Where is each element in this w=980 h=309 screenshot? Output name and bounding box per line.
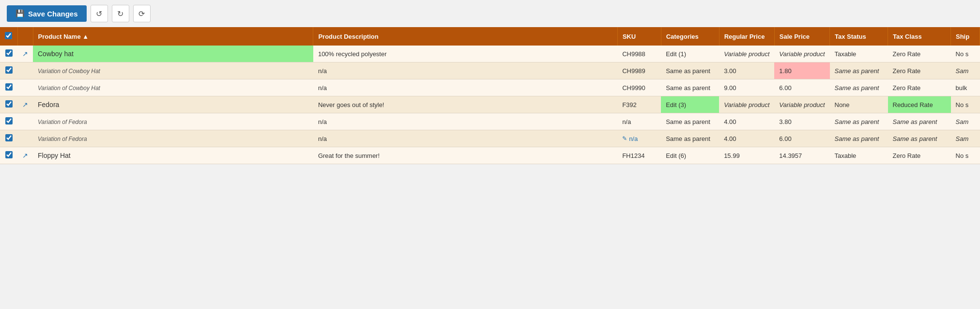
row-regular-price: Variable product [719, 46, 774, 62]
col-header-taxst: Tax Status [830, 27, 888, 46]
col-header-cat: Categories [661, 27, 719, 46]
row-link-cell[interactable]: ↗ [17, 96, 33, 113]
row-shipping: No s [951, 147, 980, 164]
col-header-check[interactable] [0, 27, 17, 46]
row-checkbox-cell[interactable] [0, 79, 17, 96]
row-tax-class: Same as parent [888, 130, 951, 147]
undo-icon: ↺ [96, 9, 102, 18]
refresh-icon: ⟳ [138, 9, 145, 18]
row-sale-price: 3.80 [774, 113, 829, 130]
row-checkbox[interactable] [5, 83, 13, 91]
row-link-cell [17, 113, 33, 130]
row-tax-status: Same as parent [830, 62, 888, 79]
row-product-name: Variation of Fedora [33, 130, 313, 147]
row-tax-status: None [830, 96, 888, 113]
row-product-name: Variation of Fedora [33, 113, 313, 130]
row-tax-status: Taxable [830, 147, 888, 164]
row-link-cell [17, 62, 33, 79]
product-table-wrap: Product Name ▲ Product Description SKU C… [0, 27, 980, 164]
table-row: ↗Cowboy hat100% recycled polyesterCH9988… [0, 46, 980, 62]
row-product-name: Floppy Hat [33, 147, 313, 164]
row-shipping: Sam [951, 62, 980, 79]
row-checkbox-cell[interactable] [0, 46, 17, 62]
row-checkbox-cell[interactable] [0, 96, 17, 113]
col-header-ship: Ship [951, 27, 980, 46]
save-label: Save Changes [28, 10, 78, 18]
row-product-desc: n/a [313, 62, 617, 79]
table-row: ↗FedoraNever goes out of style!F392Edit … [0, 96, 980, 113]
row-link-cell [17, 130, 33, 147]
col-header-link [17, 27, 33, 46]
row-sku[interactable]: ✎n/a [617, 130, 661, 147]
row-product-name: Variation of Cowboy Hat [33, 62, 313, 79]
table-row: Variation of Fedoran/a✎n/aSame as parent… [0, 130, 980, 147]
row-categories: Same as parent [661, 113, 719, 130]
row-checkbox[interactable] [5, 49, 13, 57]
row-categories[interactable]: Edit (1) [661, 46, 719, 62]
undo-button[interactable]: ↺ [91, 5, 108, 22]
edit-icon: ✎ [622, 135, 627, 142]
col-header-sale: Sale Price [774, 27, 829, 46]
save-changes-button[interactable]: 💾 Save Changes [7, 5, 87, 22]
row-categories[interactable]: Edit (6) [661, 147, 719, 164]
row-tax-status: Same as parent [830, 79, 888, 96]
product-table: Product Name ▲ Product Description SKU C… [0, 27, 980, 164]
row-shipping: bulk [951, 79, 980, 96]
select-all-checkbox[interactable] [5, 32, 12, 39]
row-checkbox-cell[interactable] [0, 113, 17, 130]
row-link-cell[interactable]: ↗ [17, 147, 33, 164]
row-tax-class: Zero Rate [888, 79, 951, 96]
refresh-button[interactable]: ⟳ [133, 5, 151, 22]
row-categories: Same as parent [661, 79, 719, 96]
external-link-icon[interactable]: ↗ [22, 50, 28, 58]
row-shipping: Sam [951, 130, 980, 147]
row-product-desc: n/a [313, 113, 617, 130]
row-regular-price: Variable product [719, 96, 774, 113]
row-checkbox[interactable] [5, 100, 13, 108]
row-sale-price: 1.80 [774, 62, 829, 79]
toolbar: 💾 Save Changes ↺ ↻ ⟳ [0, 0, 980, 27]
row-tax-status: Same as parent [830, 130, 888, 147]
table-row: Variation of Cowboy Hatn/aCH9989Same as … [0, 62, 980, 79]
redo-button[interactable]: ↻ [112, 5, 129, 22]
row-checkbox[interactable] [5, 151, 13, 158]
row-regular-price: 4.00 [719, 113, 774, 130]
row-sku: CH9989 [617, 62, 661, 79]
row-tax-status: Same as parent [830, 113, 888, 130]
save-icon: 💾 [15, 9, 25, 18]
row-product-desc: n/a [313, 79, 617, 96]
row-tax-class: Zero Rate [888, 62, 951, 79]
row-product-name: Cowboy hat [33, 46, 313, 62]
table-row: ↗Floppy HatGreat for the summer!FH1234Ed… [0, 147, 980, 164]
sku-edit-link[interactable]: ✎n/a [622, 135, 656, 142]
table-row: Variation of Cowboy Hatn/aCH9990Same as … [0, 79, 980, 96]
col-header-name[interactable]: Product Name ▲ [33, 27, 313, 46]
external-link-icon[interactable]: ↗ [22, 152, 28, 159]
row-categories[interactable]: Edit (3) [661, 96, 719, 113]
row-checkbox[interactable] [5, 117, 13, 124]
row-regular-price: 3.00 [719, 62, 774, 79]
row-tax-class: Same as parent [888, 113, 951, 130]
row-checkbox[interactable] [5, 66, 13, 74]
col-header-reg: Regular Price [719, 27, 774, 46]
table-header-row: Product Name ▲ Product Description SKU C… [0, 27, 980, 46]
row-regular-price: 4.00 [719, 130, 774, 147]
row-tax-class: Zero Rate [888, 46, 951, 62]
row-sku: CH9990 [617, 79, 661, 96]
row-sku: CH9988 [617, 46, 661, 62]
row-checkbox-cell[interactable] [0, 147, 17, 164]
row-sku: n/a [617, 113, 661, 130]
row-link-cell[interactable]: ↗ [17, 46, 33, 62]
row-tax-status: Taxable [830, 46, 888, 62]
row-shipping: No s [951, 96, 980, 113]
row-sku: FH1234 [617, 147, 661, 164]
external-link-icon[interactable]: ↗ [22, 101, 28, 108]
row-checkbox-cell[interactable] [0, 130, 17, 147]
row-product-desc: n/a [313, 130, 617, 147]
row-product-name: Fedora [33, 96, 313, 113]
row-link-cell [17, 79, 33, 96]
row-checkbox-cell[interactable] [0, 62, 17, 79]
table-row: Variation of Fedoran/an/aSame as parent4… [0, 113, 980, 130]
row-tax-class: Zero Rate [888, 147, 951, 164]
row-checkbox[interactable] [5, 134, 13, 141]
